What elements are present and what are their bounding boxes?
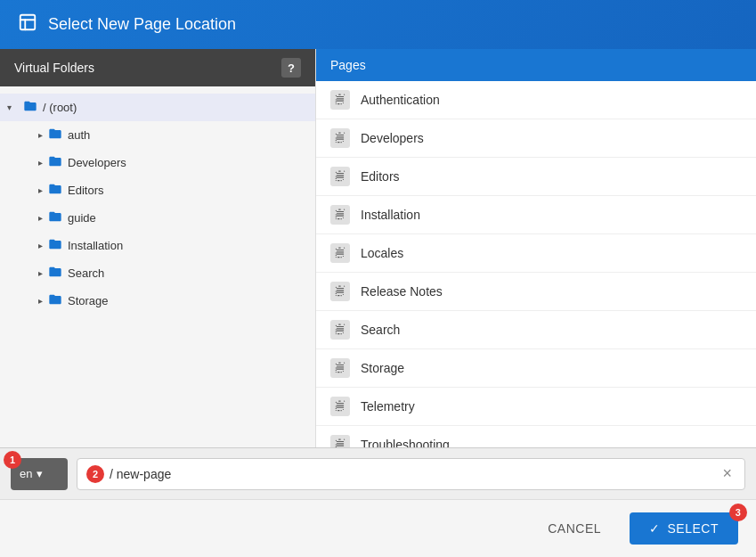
chevron-right-icon: ▸ bbox=[32, 268, 48, 278]
page-icon bbox=[330, 90, 350, 110]
page-icon bbox=[330, 167, 350, 186]
pages-label: Pages bbox=[330, 58, 366, 72]
dialog-title: Select New Page Location bbox=[48, 15, 236, 34]
dialog-header: Select New Page Location bbox=[0, 0, 756, 49]
page-name: Troubleshooting bbox=[361, 438, 450, 447]
tree-item-label: Developers bbox=[68, 156, 126, 169]
page-icon bbox=[330, 358, 350, 378]
select-badge: 3 bbox=[729, 504, 747, 521]
chevron-right-icon: ▸ bbox=[32, 158, 48, 168]
clear-button[interactable]: × bbox=[719, 464, 736, 483]
lang-badge: 1 bbox=[4, 451, 21, 469]
chevron-down-icon: ▾ bbox=[7, 102, 23, 112]
folder-icon bbox=[48, 265, 62, 282]
tree-item-label: Search bbox=[68, 266, 104, 280]
folder-icon bbox=[48, 182, 62, 199]
page-item[interactable]: Locales bbox=[316, 234, 756, 273]
page-item[interactable]: Telemetry bbox=[316, 388, 756, 426]
tree-container: ▾ / (root) ▸ auth ▸ bbox=[0, 86, 315, 447]
page-item[interactable]: Installation bbox=[316, 196, 756, 234]
path-input-wrapper: 2 × bbox=[77, 458, 745, 490]
page-name: Telemetry bbox=[361, 399, 415, 414]
page-icon bbox=[330, 128, 350, 148]
page-item[interactable]: Search bbox=[316, 311, 756, 349]
page-icon bbox=[330, 282, 350, 301]
right-panel: Pages Authentication Developers Editors … bbox=[316, 49, 756, 447]
chevron-right-icon: ▸ bbox=[32, 296, 48, 306]
folder-icon bbox=[48, 292, 62, 309]
tree-item-label: Editors bbox=[68, 184, 103, 197]
language-button[interactable]: 1 en ▾ bbox=[11, 458, 68, 490]
page-name: Authentication bbox=[361, 93, 440, 107]
left-panel-header: Virtual Folders ? bbox=[0, 49, 315, 86]
tree-item-label: Storage bbox=[68, 294, 109, 307]
chevron-right-icon: ▸ bbox=[32, 213, 48, 223]
path-badge: 2 bbox=[86, 465, 104, 483]
bottom-bar: 1 en ▾ 2 × bbox=[0, 447, 756, 499]
folder-icon bbox=[48, 237, 62, 254]
pages-list: Authentication Developers Editors Instal… bbox=[316, 81, 756, 447]
page-item[interactable]: Troubleshooting bbox=[316, 426, 756, 447]
svg-rect-0 bbox=[20, 15, 36, 30]
chevron-right-icon: ▸ bbox=[32, 185, 48, 195]
page-name: Search bbox=[361, 323, 400, 337]
tree-item-installation[interactable]: ▸ Installation bbox=[0, 232, 315, 259]
page-name: Locales bbox=[361, 246, 403, 260]
page-item[interactable]: Developers bbox=[316, 119, 756, 158]
tree-item-root[interactable]: ▾ / (root) bbox=[0, 94, 315, 121]
tree-item-label: guide bbox=[68, 211, 96, 225]
page-icon bbox=[330, 435, 350, 447]
page-name: Developers bbox=[361, 131, 424, 145]
page-item[interactable]: Authentication bbox=[316, 81, 756, 119]
right-panel-header: Pages bbox=[316, 49, 756, 81]
dialog-footer: CANCEL 3 ✓ SELECT bbox=[0, 499, 756, 557]
dialog-header-icon bbox=[18, 12, 37, 37]
folder-icon bbox=[48, 154, 62, 171]
page-icon bbox=[330, 397, 350, 416]
virtual-folders-label: Virtual Folders bbox=[14, 61, 94, 75]
page-icon bbox=[330, 320, 350, 340]
tree-item-label: Installation bbox=[68, 239, 123, 252]
select-label: SELECT bbox=[668, 521, 719, 536]
dialog: Select New Page Location Virtual Folders… bbox=[0, 0, 756, 557]
tree-item-editors[interactable]: ▸ Editors bbox=[0, 176, 315, 204]
tree-item-guide[interactable]: ▸ guide bbox=[0, 204, 315, 232]
tree-item-search[interactable]: ▸ Search bbox=[0, 259, 315, 287]
tree-item-developers[interactable]: ▸ Developers bbox=[0, 149, 315, 176]
tree-root-label: / (root) bbox=[43, 101, 77, 114]
page-item[interactable]: Editors bbox=[316, 158, 756, 196]
page-name: Release Notes bbox=[361, 284, 443, 299]
help-button[interactable]: ? bbox=[281, 58, 301, 78]
page-icon bbox=[330, 205, 350, 225]
dialog-body: Virtual Folders ? ▾ / (root) ▸ bbox=[0, 49, 756, 447]
page-name: Installation bbox=[361, 208, 420, 222]
lang-label: en bbox=[20, 467, 32, 480]
dropdown-icon: ▾ bbox=[37, 467, 43, 480]
left-panel: Virtual Folders ? ▾ / (root) ▸ bbox=[0, 49, 316, 447]
page-icon bbox=[330, 243, 350, 263]
tree-item-storage[interactable]: ▸ Storage bbox=[0, 287, 315, 315]
tree-item-auth[interactable]: ▸ auth bbox=[0, 121, 315, 149]
folder-icon bbox=[48, 127, 62, 143]
select-check-icon: ✓ bbox=[649, 521, 661, 536]
path-input[interactable] bbox=[110, 467, 719, 481]
chevron-right-icon: ▸ bbox=[32, 130, 48, 140]
folder-icon bbox=[48, 209, 62, 226]
chevron-right-icon: ▸ bbox=[32, 241, 48, 250]
select-button[interactable]: 3 ✓ SELECT bbox=[630, 512, 738, 545]
tree-item-label: auth bbox=[68, 128, 90, 142]
page-name: Editors bbox=[361, 169, 400, 184]
page-name: Storage bbox=[361, 361, 404, 375]
cancel-button[interactable]: CANCEL bbox=[530, 512, 619, 545]
page-item[interactable]: Storage bbox=[316, 349, 756, 388]
page-item[interactable]: Release Notes bbox=[316, 273, 756, 311]
folder-icon bbox=[23, 99, 37, 116]
